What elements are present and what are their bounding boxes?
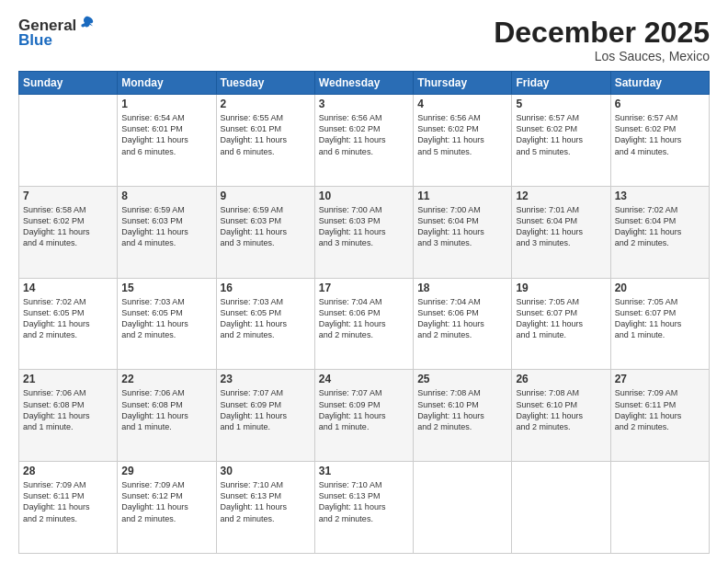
calendar-cell: 31Sunrise: 7:10 AM Sunset: 6:13 PM Dayli… bbox=[314, 462, 413, 554]
day-info: Sunrise: 7:09 AM Sunset: 6:11 PM Dayligh… bbox=[615, 387, 705, 432]
calendar-cell: 30Sunrise: 7:10 AM Sunset: 6:13 PM Dayli… bbox=[216, 462, 314, 554]
day-number: 8 bbox=[121, 190, 211, 202]
calendar-cell: 3Sunrise: 6:56 AM Sunset: 6:02 PM Daylig… bbox=[314, 95, 413, 187]
day-number: 17 bbox=[319, 282, 409, 294]
day-number: 11 bbox=[417, 190, 507, 202]
header: General Blue December 2025 Los Sauces, M… bbox=[18, 17, 710, 63]
day-info: Sunrise: 7:03 AM Sunset: 6:05 PM Dayligh… bbox=[221, 296, 311, 341]
day-info: Sunrise: 7:03 AM Sunset: 6:05 PM Dayligh… bbox=[121, 296, 211, 341]
calendar-week-row: 7Sunrise: 6:58 AM Sunset: 6:02 PM Daylig… bbox=[19, 186, 710, 278]
page: General Blue December 2025 Los Sauces, M… bbox=[0, 0, 728, 563]
calendar-cell: 2Sunrise: 6:55 AM Sunset: 6:01 PM Daylig… bbox=[216, 95, 314, 187]
day-number: 24 bbox=[319, 373, 409, 385]
day-info: Sunrise: 7:00 AM Sunset: 6:04 PM Dayligh… bbox=[417, 204, 507, 249]
calendar-cell: 8Sunrise: 6:59 AM Sunset: 6:03 PM Daylig… bbox=[118, 186, 216, 278]
day-info: Sunrise: 6:55 AM Sunset: 6:01 PM Dayligh… bbox=[221, 112, 311, 157]
day-info: Sunrise: 7:01 AM Sunset: 6:04 PM Dayligh… bbox=[516, 204, 606, 249]
calendar-cell: 5Sunrise: 6:57 AM Sunset: 6:02 PM Daylig… bbox=[512, 95, 610, 187]
calendar-cell bbox=[19, 95, 118, 187]
day-info: Sunrise: 7:08 AM Sunset: 6:10 PM Dayligh… bbox=[417, 387, 507, 432]
calendar-cell: 15Sunrise: 7:03 AM Sunset: 6:05 PM Dayli… bbox=[118, 278, 216, 370]
day-info: Sunrise: 7:10 AM Sunset: 6:13 PM Dayligh… bbox=[319, 479, 409, 524]
day-number: 9 bbox=[221, 190, 311, 202]
day-number: 26 bbox=[516, 373, 606, 385]
calendar-cell: 4Sunrise: 6:56 AM Sunset: 6:02 PM Daylig… bbox=[414, 95, 512, 187]
day-info: Sunrise: 7:07 AM Sunset: 6:09 PM Dayligh… bbox=[319, 387, 409, 432]
calendar-cell: 1Sunrise: 6:54 AM Sunset: 6:01 PM Daylig… bbox=[118, 95, 216, 187]
day-info: Sunrise: 7:09 AM Sunset: 6:12 PM Dayligh… bbox=[121, 479, 211, 524]
day-number: 4 bbox=[417, 98, 507, 110]
calendar-cell: 21Sunrise: 7:06 AM Sunset: 6:08 PM Dayli… bbox=[19, 370, 118, 462]
calendar-cell: 9Sunrise: 6:59 AM Sunset: 6:03 PM Daylig… bbox=[216, 186, 314, 278]
day-info: Sunrise: 7:08 AM Sunset: 6:10 PM Dayligh… bbox=[516, 387, 606, 432]
day-info: Sunrise: 7:02 AM Sunset: 6:05 PM Dayligh… bbox=[23, 296, 113, 341]
calendar-cell: 10Sunrise: 7:00 AM Sunset: 6:03 PM Dayli… bbox=[314, 186, 413, 278]
day-number: 21 bbox=[23, 373, 113, 385]
day-info: Sunrise: 7:05 AM Sunset: 6:07 PM Dayligh… bbox=[516, 296, 606, 341]
calendar-week-row: 28Sunrise: 7:09 AM Sunset: 6:11 PM Dayli… bbox=[19, 462, 710, 554]
day-number: 19 bbox=[516, 282, 606, 294]
calendar-week-row: 14Sunrise: 7:02 AM Sunset: 6:05 PM Dayli… bbox=[19, 278, 710, 370]
logo-bird-icon bbox=[78, 15, 95, 31]
day-info: Sunrise: 6:58 AM Sunset: 6:02 PM Dayligh… bbox=[23, 204, 113, 249]
month-title: December 2025 bbox=[494, 17, 710, 49]
calendar-cell: 29Sunrise: 7:09 AM Sunset: 6:12 PM Dayli… bbox=[118, 462, 216, 554]
calendar-cell: 17Sunrise: 7:04 AM Sunset: 6:06 PM Dayli… bbox=[314, 278, 413, 370]
day-info: Sunrise: 7:07 AM Sunset: 6:09 PM Dayligh… bbox=[221, 387, 311, 432]
calendar-cell: 19Sunrise: 7:05 AM Sunset: 6:07 PM Dayli… bbox=[512, 278, 610, 370]
day-info: Sunrise: 7:02 AM Sunset: 6:04 PM Dayligh… bbox=[615, 204, 705, 249]
location: Los Sauces, Mexico bbox=[494, 49, 710, 63]
calendar-cell: 24Sunrise: 7:07 AM Sunset: 6:09 PM Dayli… bbox=[314, 370, 413, 462]
day-number: 1 bbox=[121, 98, 211, 110]
day-info: Sunrise: 7:06 AM Sunset: 6:08 PM Dayligh… bbox=[121, 387, 211, 432]
day-number: 27 bbox=[615, 373, 705, 385]
day-info: Sunrise: 7:10 AM Sunset: 6:13 PM Dayligh… bbox=[221, 479, 311, 524]
day-number: 6 bbox=[615, 98, 705, 110]
title-block: December 2025 Los Sauces, Mexico bbox=[494, 17, 710, 63]
day-number: 15 bbox=[121, 282, 211, 294]
calendar-week-row: 1Sunrise: 6:54 AM Sunset: 6:01 PM Daylig… bbox=[19, 95, 710, 187]
day-number: 23 bbox=[221, 373, 311, 385]
calendar-cell: 23Sunrise: 7:07 AM Sunset: 6:09 PM Dayli… bbox=[216, 370, 314, 462]
day-info: Sunrise: 6:59 AM Sunset: 6:03 PM Dayligh… bbox=[221, 204, 311, 249]
day-number: 10 bbox=[319, 190, 409, 202]
day-info: Sunrise: 7:04 AM Sunset: 6:06 PM Dayligh… bbox=[417, 296, 507, 341]
day-number: 20 bbox=[615, 282, 705, 294]
calendar-cell bbox=[512, 462, 610, 554]
calendar-cell: 12Sunrise: 7:01 AM Sunset: 6:04 PM Dayli… bbox=[512, 186, 610, 278]
calendar-cell: 27Sunrise: 7:09 AM Sunset: 6:11 PM Dayli… bbox=[610, 370, 709, 462]
calendar-cell: 28Sunrise: 7:09 AM Sunset: 6:11 PM Dayli… bbox=[19, 462, 118, 554]
calendar-cell: 7Sunrise: 6:58 AM Sunset: 6:02 PM Daylig… bbox=[19, 186, 118, 278]
day-number: 13 bbox=[615, 190, 705, 202]
day-info: Sunrise: 6:56 AM Sunset: 6:02 PM Dayligh… bbox=[417, 112, 507, 157]
logo: General Blue bbox=[18, 17, 95, 50]
day-number: 12 bbox=[516, 190, 606, 202]
calendar-header-thursday: Thursday bbox=[414, 72, 512, 95]
day-number: 22 bbox=[121, 373, 211, 385]
day-number: 5 bbox=[516, 98, 606, 110]
calendar-cell bbox=[414, 462, 512, 554]
day-number: 30 bbox=[221, 465, 311, 477]
calendar-header-tuesday: Tuesday bbox=[216, 72, 314, 95]
calendar-cell: 14Sunrise: 7:02 AM Sunset: 6:05 PM Dayli… bbox=[19, 278, 118, 370]
day-info: Sunrise: 7:05 AM Sunset: 6:07 PM Dayligh… bbox=[615, 296, 705, 341]
calendar-header-saturday: Saturday bbox=[610, 72, 709, 95]
day-info: Sunrise: 6:54 AM Sunset: 6:01 PM Dayligh… bbox=[121, 112, 211, 157]
calendar-header-monday: Monday bbox=[118, 72, 216, 95]
day-info: Sunrise: 7:09 AM Sunset: 6:11 PM Dayligh… bbox=[23, 479, 113, 524]
day-number: 31 bbox=[319, 465, 409, 477]
calendar-header-friday: Friday bbox=[512, 72, 610, 95]
calendar-header-wednesday: Wednesday bbox=[314, 72, 413, 95]
day-info: Sunrise: 7:04 AM Sunset: 6:06 PM Dayligh… bbox=[319, 296, 409, 341]
day-info: Sunrise: 6:59 AM Sunset: 6:03 PM Dayligh… bbox=[121, 204, 211, 249]
calendar-cell: 26Sunrise: 7:08 AM Sunset: 6:10 PM Dayli… bbox=[512, 370, 610, 462]
calendar-cell: 20Sunrise: 7:05 AM Sunset: 6:07 PM Dayli… bbox=[610, 278, 709, 370]
calendar-week-row: 21Sunrise: 7:06 AM Sunset: 6:08 PM Dayli… bbox=[19, 370, 710, 462]
day-number: 29 bbox=[121, 465, 211, 477]
day-number: 14 bbox=[23, 282, 113, 294]
day-info: Sunrise: 6:57 AM Sunset: 6:02 PM Dayligh… bbox=[516, 112, 606, 157]
calendar-cell: 25Sunrise: 7:08 AM Sunset: 6:10 PM Dayli… bbox=[414, 370, 512, 462]
day-info: Sunrise: 7:00 AM Sunset: 6:03 PM Dayligh… bbox=[319, 204, 409, 249]
day-number: 16 bbox=[221, 282, 311, 294]
calendar-cell: 13Sunrise: 7:02 AM Sunset: 6:04 PM Dayli… bbox=[610, 186, 709, 278]
